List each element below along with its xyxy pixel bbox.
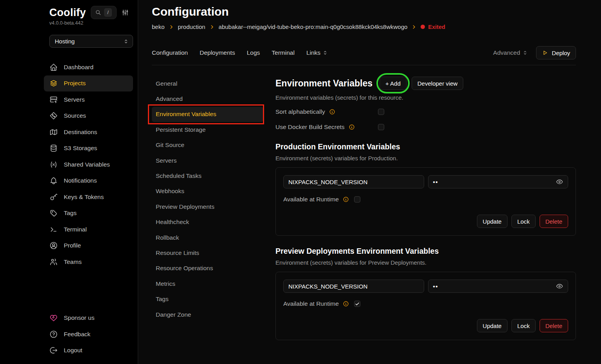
sidebar-item-sponsor-us[interactable]: Sponsor us: [44, 310, 133, 326]
sidebar-footer-nav: Sponsor usFeedbackLogout: [49, 310, 133, 359]
team-select[interactable]: Hosting: [49, 35, 133, 48]
tab-label: Terminal: [272, 49, 295, 56]
sidebar-item-projects[interactable]: Projects: [44, 75, 133, 92]
submenu-item-label: Resource Operations: [156, 265, 213, 272]
add-button[interactable]: + Add: [380, 77, 407, 90]
submenu-item-tags[interactable]: Tags: [152, 291, 263, 307]
runtime-row: Available at Runtime: [283, 195, 568, 204]
checkbox[interactable]: [354, 301, 360, 307]
submenu-item-resource-limits[interactable]: Resource Limits: [152, 245, 263, 260]
submenu-item-servers[interactable]: Servers: [152, 153, 263, 168]
tab-links[interactable]: Links: [306, 49, 328, 56]
sidebar-item-logout[interactable]: Logout: [44, 342, 133, 359]
sidebar-item-keys-tokens[interactable]: Keys & Tokens: [44, 189, 133, 205]
lock-button[interactable]: Lock: [511, 319, 536, 332]
submenu-item-label: Webhooks: [156, 188, 184, 195]
breadcrumb-item[interactable]: beko: [152, 23, 165, 30]
deploy-button[interactable]: Deploy: [536, 46, 576, 59]
advanced-dropdown[interactable]: Advanced: [493, 49, 528, 56]
submenu-item-preview-deployments[interactable]: Preview Deployments: [152, 199, 263, 214]
update-button[interactable]: Update: [477, 215, 507, 228]
sidebar-item-notifications[interactable]: Notifications: [44, 173, 133, 189]
settings-sliders-button[interactable]: [121, 9, 129, 16]
update-button[interactable]: Update: [477, 319, 507, 332]
delete-button[interactable]: Delete: [540, 215, 568, 228]
search-button[interactable]: /: [91, 6, 117, 19]
env-value-field[interactable]: ••: [428, 175, 569, 188]
checkbox[interactable]: [354, 196, 360, 203]
sidebar-item-s3-storages[interactable]: S3 Storages: [44, 140, 133, 157]
user-circle-icon: [49, 241, 58, 250]
checkbox[interactable]: [378, 109, 384, 115]
submenu-item-label: Advanced: [156, 95, 183, 102]
tab-deployments[interactable]: Deployments: [200, 49, 235, 56]
delete-button[interactable]: Delete: [540, 319, 568, 332]
sidebar-item-tags[interactable]: Tags: [44, 205, 133, 222]
database-icon: [49, 144, 58, 152]
env-value-field[interactable]: ••: [428, 280, 569, 293]
sidebar-item-dashboard[interactable]: Dashboard: [44, 59, 133, 75]
env-input-row: ••: [283, 280, 568, 293]
submenu-item-rollback[interactable]: Rollback: [152, 230, 263, 245]
map-icon: [49, 128, 58, 136]
submenu-item-danger-zone[interactable]: Danger Zone: [152, 307, 263, 322]
env-section-preview-deployments-environment-variables: Preview Deployments Environment Variable…: [275, 247, 576, 340]
sidebar-item-label: Notifications: [64, 177, 97, 184]
submenu-item-metrics[interactable]: Metrics: [152, 276, 263, 291]
checkbox[interactable]: [378, 124, 384, 130]
runtime-label: Available at Runtime: [283, 196, 349, 203]
submenu-item-persistent-storage[interactable]: Persistent Storage: [152, 122, 263, 137]
toggle-row-sort-alphabetically: Sort alphabetically: [275, 108, 576, 116]
chevron-right-icon: [169, 24, 174, 30]
chevron-right-icon: [209, 24, 215, 30]
tab-label: Deployments: [200, 49, 235, 56]
sidebar-item-feedback[interactable]: Feedback: [44, 326, 133, 342]
submenu-item-advanced[interactable]: Advanced: [152, 91, 263, 106]
toggle-row-use-docker-build-secrets: Use Docker Build Secrets: [275, 123, 576, 131]
users-icon: [49, 258, 58, 266]
env-name-input[interactable]: [283, 280, 424, 293]
sidebar-item-sources[interactable]: Sources: [44, 108, 133, 124]
lock-button[interactable]: Lock: [511, 215, 536, 228]
tab-terminal[interactable]: Terminal: [272, 49, 295, 56]
app-version: v4.0.0-beta.442: [49, 20, 133, 26]
env-section-title: Production Environment Variables: [275, 142, 576, 151]
submenu-item-environment-variables[interactable]: Environment Variables: [152, 107, 263, 122]
tab-label: Logs: [247, 49, 260, 56]
status-badge: Exited: [421, 24, 445, 30]
sidebar-item-label: Destinations: [64, 129, 97, 136]
submenu-item-general[interactable]: General: [152, 76, 263, 91]
submenu-item-git-source[interactable]: Git Source: [152, 138, 263, 153]
env-variable-card: ••Available at RuntimeUpdateLockDelete: [275, 167, 576, 236]
tab-configuration[interactable]: Configuration: [152, 49, 188, 56]
submenu-item-healthcheck[interactable]: Healthcheck: [152, 215, 263, 230]
breadcrumb-item[interactable]: abubakar--meigag/vid-tube-beko-pro:main-…: [219, 23, 408, 30]
submenu-item-label: Rollback: [156, 234, 179, 241]
info-icon: [343, 301, 349, 307]
submenu-item-scheduled-tasks[interactable]: Scheduled Tasks: [152, 168, 263, 183]
toggle-label-text: Use Docker Build Secrets: [275, 124, 345, 131]
sidebar-item-label: Profile: [64, 242, 81, 249]
sidebar-item-label: Sponsor us: [64, 314, 94, 321]
tab-logs[interactable]: Logs: [247, 49, 260, 56]
chevron-updown-icon: [123, 38, 129, 45]
tag-icon: [49, 209, 58, 217]
sidebar-item-teams[interactable]: Teams: [44, 254, 133, 270]
sidebar-item-shared-variables[interactable]: Shared Variables: [44, 156, 133, 173]
info-icon: [329, 109, 335, 115]
sidebar-item-profile[interactable]: Profile: [44, 238, 133, 254]
developer-view-button[interactable]: Developer view: [412, 77, 464, 90]
sidebar-item-servers[interactable]: Servers: [44, 91, 133, 108]
env-name-input[interactable]: [283, 175, 424, 188]
submenu-item-resource-operations[interactable]: Resource Operations: [152, 261, 263, 276]
eye-icon[interactable]: [556, 282, 563, 290]
breadcrumb-item[interactable]: production: [178, 23, 205, 30]
sidebar-item-destinations[interactable]: Destinations: [44, 124, 133, 140]
sidebar: Coolify / v4.0.0-beta.442 Hosting Dashbo…: [0, 0, 138, 364]
sidebar-item-label: Sources: [64, 112, 86, 119]
submenu-item-webhooks[interactable]: Webhooks: [152, 184, 263, 199]
eye-icon[interactable]: [556, 178, 563, 186]
sidebar-item-terminal[interactable]: Terminal: [44, 221, 133, 238]
status-text: Exited: [428, 24, 445, 30]
sidebar-item-label: Terminal: [64, 226, 87, 233]
